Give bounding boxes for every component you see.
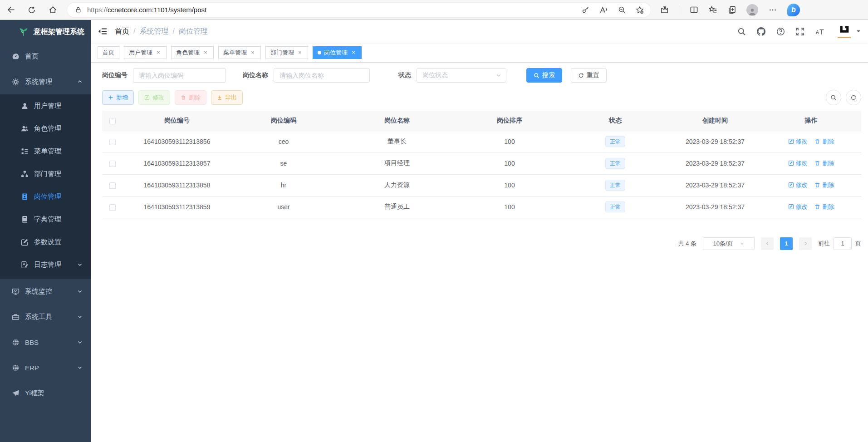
status-badge: 正常: [605, 158, 625, 169]
address-bar[interactable]: https://ccnetcore.com:1101/system/post: [67, 3, 651, 17]
edit-link[interactable]: 修改: [788, 181, 808, 189]
sidebar-item-role[interactable]: 角色管理: [0, 117, 91, 140]
reset-button[interactable]: 重置: [571, 68, 607, 83]
fullscreen-icon[interactable]: [796, 27, 804, 36]
select-caret-icon: [496, 73, 501, 78]
row-checkbox[interactable]: [109, 182, 116, 189]
sidebar-item-yi-framework[interactable]: Yi框架: [0, 380, 91, 406]
tab-role[interactable]: 角色管理×: [171, 46, 214, 59]
page-size-select[interactable]: 10条/页: [703, 237, 755, 250]
edit-button[interactable]: 修改: [138, 90, 170, 105]
row-checkbox[interactable]: [109, 139, 116, 145]
read-aloud-icon[interactable]: [599, 5, 608, 15]
trash-icon: [814, 138, 820, 144]
fold-menu-icon[interactable]: [98, 26, 108, 36]
post-table: 岗位编号 岗位编码 岗位名称 岗位排序 状态 创建时间 操作 164103059…: [102, 111, 861, 218]
select-all-checkbox[interactable]: [109, 118, 116, 124]
sidebar-item-user[interactable]: 用户管理: [0, 94, 91, 117]
delete-link[interactable]: 删除: [814, 181, 834, 189]
search-button[interactable]: 搜索: [526, 68, 562, 83]
font-size-icon[interactable]: [815, 27, 824, 36]
col-post-name: 岗位名称: [336, 111, 458, 131]
tab-dept[interactable]: 部门管理×: [265, 46, 308, 59]
refresh-icon[interactable]: [27, 5, 36, 15]
breadcrumb-home[interactable]: 首页: [115, 27, 129, 36]
sidebar-item-dept[interactable]: 部门管理: [0, 162, 91, 185]
password-key-icon[interactable]: [581, 5, 590, 15]
edit-link[interactable]: 修改: [788, 138, 808, 146]
close-tab-icon[interactable]: ×: [297, 49, 303, 56]
sidebar-item-erp[interactable]: ERP: [0, 355, 91, 380]
status-label: 状态: [398, 71, 411, 79]
chevron-down-icon: [77, 314, 83, 319]
toggle-search-button[interactable]: [826, 90, 841, 105]
row-checkbox[interactable]: [109, 161, 116, 167]
sidebar-item-tool[interactable]: 系统工具: [0, 304, 91, 329]
cell-post-code: hr: [231, 174, 336, 196]
breadcrumb: 首页 / 系统管理 / 岗位管理: [115, 27, 208, 36]
tab-home[interactable]: 首页: [98, 46, 119, 59]
sidebar-item-post[interactable]: 岗位管理: [0, 185, 91, 208]
goto-page-input[interactable]: [834, 237, 852, 250]
edit-link[interactable]: 修改: [788, 203, 808, 211]
tab-user[interactable]: 用户管理×: [124, 46, 167, 59]
post-name-input[interactable]: [274, 68, 370, 83]
help-icon[interactable]: [776, 27, 785, 36]
cell-post-id: 1641030593112313859: [123, 196, 231, 218]
delete-button[interactable]: 删除: [175, 90, 206, 105]
add-favorite-icon[interactable]: [635, 5, 644, 15]
page-unit-label: 页: [855, 240, 861, 248]
collections-icon[interactable]: [727, 5, 736, 15]
cell-post-name: 普通员工: [336, 196, 458, 218]
close-tab-icon[interactable]: ×: [155, 49, 162, 56]
sidebar-item-monitor[interactable]: 系统监控: [0, 279, 91, 304]
delete-link[interactable]: 删除: [814, 138, 834, 146]
sidebar-item-log[interactable]: 日志管理: [0, 253, 91, 276]
edit-icon: [788, 138, 794, 144]
profile-avatar[interactable]: [746, 4, 758, 16]
search-icon[interactable]: [737, 27, 746, 36]
status-select[interactable]: 岗位状态: [417, 68, 506, 83]
cell-post-code: user: [231, 196, 336, 218]
close-tab-icon[interactable]: ×: [202, 49, 209, 56]
zoom-out-icon[interactable]: [617, 5, 626, 15]
user-menu[interactable]: [838, 25, 861, 38]
edit-link[interactable]: 修改: [788, 159, 808, 167]
cell-post-name: 人力资源: [336, 174, 458, 196]
refresh-table-button[interactable]: [846, 90, 861, 105]
page-number-button[interactable]: 1: [780, 237, 793, 250]
sidebar-item-system[interactable]: 系统管理: [0, 69, 91, 94]
home-icon[interactable]: [48, 5, 57, 15]
cell-post-name: 董事长: [336, 131, 458, 152]
close-tab-icon[interactable]: ×: [250, 49, 256, 56]
post-id-input[interactable]: [133, 68, 226, 83]
delete-link[interactable]: 删除: [814, 203, 834, 211]
toolbox-icon: [12, 313, 20, 321]
sidebar-item-dict[interactable]: 字典管理: [0, 208, 91, 231]
sidebar-item-bbs[interactable]: BBS: [0, 329, 91, 355]
tab-post[interactable]: 岗位管理×: [313, 46, 362, 59]
next-page-button[interactable]: [799, 237, 812, 250]
copilot-bing-icon[interactable]: b: [787, 4, 800, 16]
app-logo[interactable]: 意框架管理系统: [0, 20, 91, 44]
row-checkbox[interactable]: [109, 204, 116, 211]
export-button[interactable]: 导出: [211, 90, 243, 105]
sidebar-item-param[interactable]: 参数设置: [0, 231, 91, 253]
prev-page-button[interactable]: [761, 237, 774, 250]
favorites-icon[interactable]: [708, 5, 717, 15]
sidebar-item-home[interactable]: 首页: [0, 44, 91, 69]
split-screen-icon[interactable]: [689, 5, 698, 15]
add-button[interactable]: 新增: [102, 90, 134, 105]
sidebar-item-menu[interactable]: 菜单管理: [0, 140, 91, 162]
extensions-icon[interactable]: [660, 5, 669, 15]
delete-link[interactable]: 删除: [814, 159, 834, 167]
back-icon[interactable]: [6, 5, 15, 15]
tab-menu[interactable]: 菜单管理×: [218, 46, 261, 59]
chevron-down-icon: [77, 365, 83, 370]
url-text[interactable]: https://ccnetcore.com:1101/system/post: [87, 6, 581, 14]
breadcrumb-level1[interactable]: 系统管理: [139, 27, 168, 36]
close-tab-icon[interactable]: ×: [350, 49, 357, 56]
plant-logo-icon: [18, 26, 29, 37]
more-menu-icon[interactable]: [768, 5, 777, 15]
github-icon[interactable]: [757, 27, 765, 36]
